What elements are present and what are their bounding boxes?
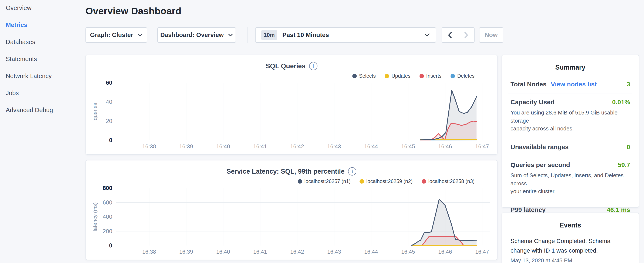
total-nodes-value: 3 xyxy=(626,81,630,88)
time-range-badge: 10m xyxy=(261,30,277,40)
svg-text:16:45: 16:45 xyxy=(401,248,415,255)
dashboard-dropdown[interactable]: Dashboard: Overview xyxy=(157,27,236,43)
time-range-picker[interactable]: 10m Past 10 Minutes xyxy=(255,27,436,43)
sidebar-item-overview[interactable]: Overview xyxy=(6,4,53,12)
svg-text:16:43: 16:43 xyxy=(327,248,341,255)
svg-text:16:47: 16:47 xyxy=(475,143,489,150)
svg-text:16:44: 16:44 xyxy=(364,248,378,255)
svg-text:16:40: 16:40 xyxy=(216,248,230,255)
svg-text:16:44: 16:44 xyxy=(364,143,378,150)
events-panel: Events Schema Change Completed: Schema c… xyxy=(502,212,639,263)
svg-text:0: 0 xyxy=(109,242,112,249)
chevron-down-icon xyxy=(138,34,143,37)
summary-row-total-nodes: Total Nodes View nodes list 3 xyxy=(508,76,632,93)
chevron-down-icon xyxy=(228,34,233,37)
svg-text:40: 40 xyxy=(106,99,112,105)
svg-text:200: 200 xyxy=(103,228,112,234)
svg-text:800: 800 xyxy=(103,185,112,191)
sql-queries-chart-panel: SQL Queries i Selects Updates Inserts De… xyxy=(86,55,498,155)
svg-text:16:42: 16:42 xyxy=(290,248,304,255)
queries-per-second-description: Sum of Selects, Updates, Inserts, and De… xyxy=(510,171,630,195)
event-list-item[interactable]: Schema Change Completed: Schema change w… xyxy=(508,233,632,263)
svg-text:16:43: 16:43 xyxy=(327,143,341,150)
svg-text:16:46: 16:46 xyxy=(438,143,452,150)
svg-text:60: 60 xyxy=(106,80,112,86)
graph-dropdown[interactable]: Graph: Cluster xyxy=(86,27,147,43)
time-prev-button[interactable] xyxy=(442,28,458,42)
svg-text:16:42: 16:42 xyxy=(290,143,304,150)
unavailable-ranges-value: 0 xyxy=(626,143,630,151)
now-button[interactable]: Now xyxy=(479,27,503,43)
svg-text:16:39: 16:39 xyxy=(179,248,193,255)
event-timestamp: May 13, 2020 at 4:45 PM xyxy=(510,257,630,263)
total-nodes-label: Total Nodes xyxy=(510,81,546,88)
svg-text:latency (ms): latency (ms) xyxy=(92,202,98,231)
capacity-used-description: You are using 28.6 MiB of 515.9 GiB usab… xyxy=(510,109,630,133)
time-next-button[interactable] xyxy=(458,28,474,42)
sidebar-item-databases[interactable]: Databases xyxy=(6,38,53,46)
svg-text:16:40: 16:40 xyxy=(216,143,230,150)
summary-title: Summary xyxy=(508,55,632,76)
queries-per-second-label: Queries per second xyxy=(510,161,570,168)
chevron-left-icon xyxy=(448,32,452,39)
sidebar-item-jobs[interactable]: Jobs xyxy=(6,89,53,97)
svg-text:16:38: 16:38 xyxy=(142,143,156,150)
svg-text:16:47: 16:47 xyxy=(475,248,489,255)
svg-text:16:41: 16:41 xyxy=(253,248,267,255)
svg-text:16:41: 16:41 xyxy=(253,143,267,150)
svg-text:400: 400 xyxy=(103,214,112,220)
service-latency-chart[interactable]: 16:3816:3916:4016:4116:4216:4316:4416:45… xyxy=(86,160,497,259)
summary-row-capacity-used: Capacity Used 0.01% You are using 28.6 M… xyxy=(508,93,632,138)
summary-row-unavailable-ranges: Unavailable ranges 0 xyxy=(508,138,632,156)
graph-dropdown-label: Graph: Cluster xyxy=(90,32,133,39)
service-latency-chart-panel: Service Latency: SQL, 99th percentile i … xyxy=(86,160,498,260)
chevron-down-icon xyxy=(424,33,430,37)
controls-divider xyxy=(247,27,248,43)
sidebar-item-network-latency[interactable]: Network Latency xyxy=(6,72,53,80)
event-text: Schema Change Completed: Schema change w… xyxy=(510,236,630,255)
svg-text:20: 20 xyxy=(106,118,112,124)
unavailable-ranges-label: Unavailable ranges xyxy=(510,143,568,151)
svg-text:queries: queries xyxy=(92,103,98,120)
sidebar-item-metrics[interactable]: Metrics xyxy=(6,21,53,29)
capacity-used-label: Capacity Used xyxy=(510,99,554,106)
chevron-right-icon xyxy=(464,32,468,39)
queries-per-second-value: 59.7 xyxy=(618,161,630,168)
sql-queries-chart[interactable]: 16:3816:3916:4016:4116:4216:4316:4416:45… xyxy=(86,55,497,154)
time-pager xyxy=(442,27,474,43)
sidebar-item-statements[interactable]: Statements xyxy=(6,55,53,63)
sidebar: Overview Metrics Databases Statements Ne… xyxy=(6,4,53,123)
time-range-label: Past 10 Minutes xyxy=(282,32,329,39)
view-nodes-list-link[interactable]: View nodes list xyxy=(551,81,596,88)
sidebar-item-advanced-debug[interactable]: Advanced Debug xyxy=(6,106,53,114)
svg-text:0: 0 xyxy=(109,137,112,143)
page-title: Overview Dashboard xyxy=(86,6,181,17)
svg-text:16:46: 16:46 xyxy=(438,248,452,255)
events-title: Events xyxy=(508,213,632,233)
capacity-used-value: 0.01% xyxy=(612,99,630,106)
svg-text:16:39: 16:39 xyxy=(179,143,193,150)
summary-row-queries-per-second: Queries per second 59.7 Sum of Selects, … xyxy=(508,156,632,201)
svg-text:16:38: 16:38 xyxy=(142,248,156,255)
summary-panel: Summary Total Nodes View nodes list 3 Ca… xyxy=(502,55,639,208)
dashboard-dropdown-label: Dashboard: Overview xyxy=(160,32,224,39)
svg-text:600: 600 xyxy=(103,199,112,206)
svg-text:16:45: 16:45 xyxy=(401,143,415,150)
